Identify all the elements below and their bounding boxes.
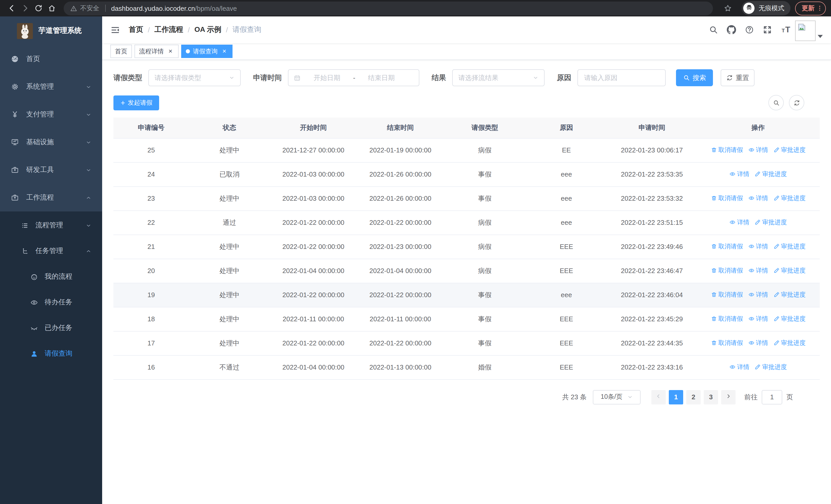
question-button[interactable] [745,25,754,34]
font-size-button[interactable]: TT [781,25,792,35]
page-size-value: 10条/页 [601,393,623,402]
incognito-badge: 无痕模式 [742,1,791,16]
screen: 不安全 dashboard.yudao.iocoder.cn/bpm/oa/le… [0,0,831,504]
detail-link[interactable]: 详情 [748,339,768,348]
progress-link[interactable]: 审批进度 [773,242,806,251]
sidebar-item-system[interactable]: 系统管理 [0,73,102,100]
search-button[interactable] [709,25,718,34]
reason-input[interactable] [577,69,666,86]
github-button[interactable] [727,25,736,34]
progress-link[interactable]: 审批进度 [773,315,806,323]
op-link-label: 审批进度 [781,242,806,251]
sidebar-item-dev-tools[interactable]: 研发工具 [0,156,102,184]
cell-type: 事假 [444,331,525,355]
breadcrumb-item[interactable]: 工作流程 [154,25,183,34]
caret-down-icon[interactable] [818,35,823,38]
detail-link[interactable]: 详情 [748,266,768,275]
sidebar-item-my-process[interactable]: 我的流程 [0,264,102,290]
sidebar-item-workflow[interactable]: 工作流程 [0,184,102,211]
cancel-leave-link[interactable]: 取消请假 [711,315,743,323]
leave-type-select[interactable]: 请选择请假类型 [148,69,241,86]
detail-link[interactable]: 详情 [729,170,749,179]
progress-link[interactable]: 审批进度 [773,266,806,275]
sidebar-item-todo-tasks[interactable]: 待办任务 [0,290,102,315]
page-button-1[interactable]: 1 [669,390,683,404]
address-bar[interactable]: 不安全 dashboard.yudao.iocoder.cn/bpm/oa/le… [64,1,713,15]
detail-link[interactable]: 详情 [748,242,768,251]
cancel-leave-link[interactable]: 取消请假 [711,266,743,275]
tab-home[interactable]: 首页 [110,45,132,58]
cell-applied: 2022-01-22 23:44:35 [607,331,696,355]
search-icon [683,75,690,81]
detail-link[interactable]: 详情 [748,315,768,323]
breadcrumb-item[interactable]: OA 示例 [195,25,222,34]
detail-link[interactable]: 详情 [748,291,768,299]
cell-type: 病假 [444,259,525,283]
cell-reason: EEE [525,331,607,355]
sidebar-collapse-button[interactable] [110,25,120,35]
reload-icon[interactable] [32,2,45,15]
page-button-2[interactable]: 2 [686,390,700,404]
breadcrumb-separator: / [148,26,150,34]
sidebar-item-leave-query[interactable]: 请假查询 [0,341,102,366]
progress-link[interactable]: 审批进度 [773,194,806,203]
cell-actions: 详情审批进度 [696,162,820,186]
sidebar-item-done-tasks[interactable]: 已办任务 [0,315,102,341]
home-icon[interactable] [45,2,58,15]
cancel-leave-link[interactable]: 取消请假 [711,194,743,203]
cancel-leave-link[interactable]: 取消请假 [711,146,743,154]
avatar[interactable] [795,21,815,41]
next-page-button[interactable] [721,390,736,404]
eye-open-icon [729,219,736,226]
sidebar-item-label: 流程管理 [35,221,63,230]
sidebar-item-payment[interactable]: 支付管理 [0,100,102,128]
goto-page-input[interactable] [762,390,782,404]
sidebar-item-task-mgmt[interactable]: 任务管理 [0,238,102,264]
update-button[interactable]: 更新 [795,1,826,15]
bookmark-star-icon[interactable] [721,2,735,15]
reason-label: 原因 [557,73,571,82]
progress-link[interactable]: 审批进度 [773,291,806,299]
cell-end: 2022-01-26 00:00:00 [357,186,444,210]
pen-icon [773,340,779,346]
refresh-table-button[interactable] [789,95,804,110]
toggle-search-button[interactable] [768,95,784,110]
apply-time-range-picker[interactable]: 开始日期 - 结束日期 [288,69,419,86]
breadcrumb-item[interactable]: 首页 [129,25,143,34]
progress-link[interactable]: 审批进度 [754,170,787,179]
tab-leave-query[interactable]: 请假查询× [181,45,232,58]
eye-closed-icon [30,324,38,332]
sidebar-item-home[interactable]: 首页 [0,45,102,73]
cell-applied: 2022-01-22 23:49:46 [607,235,696,259]
progress-link[interactable]: 审批进度 [773,146,806,154]
reset-button[interactable]: 重置 [721,69,754,86]
create-leave-button[interactable]: 发起请假 [113,95,159,110]
result-select[interactable]: 请选择流结果 [452,69,545,86]
fullscreen-button[interactable] [763,25,772,34]
sidebar-item-process-mgmt[interactable]: 流程管理 [0,212,102,238]
cancel-leave-link[interactable]: 取消请假 [711,291,743,299]
progress-link[interactable]: 审批进度 [773,339,806,348]
detail-link[interactable]: 详情 [729,218,749,227]
page-button-3[interactable]: 3 [704,390,718,404]
sidebar-item-infra[interactable]: 基础设施 [0,128,102,156]
tab-close-icon[interactable]: × [167,48,174,55]
tab-process-detail[interactable]: 流程详情× [135,45,179,58]
detail-link[interactable]: 详情 [748,146,768,154]
broken-image-icon [797,22,807,34]
progress-link[interactable]: 审批进度 [754,363,787,372]
tab-close-icon[interactable]: × [221,48,228,55]
page-size-select[interactable]: 10条/页 [593,390,640,404]
cancel-leave-link[interactable]: 取消请假 [711,242,743,251]
browser-menu-icon[interactable] [816,5,823,12]
progress-link[interactable]: 审批进度 [754,218,787,227]
cell-applied: 2022-01-22 23:53:35 [607,162,696,186]
prev-page-button[interactable] [651,390,666,404]
detail-link[interactable]: 详情 [729,363,749,372]
cancel-leave-link[interactable]: 取消请假 [711,339,743,348]
pen-icon [773,316,779,322]
search-button[interactable]: 搜索 [676,69,713,86]
detail-link[interactable]: 详情 [748,194,768,203]
forward-icon[interactable] [19,2,32,15]
back-icon[interactable] [5,2,19,15]
